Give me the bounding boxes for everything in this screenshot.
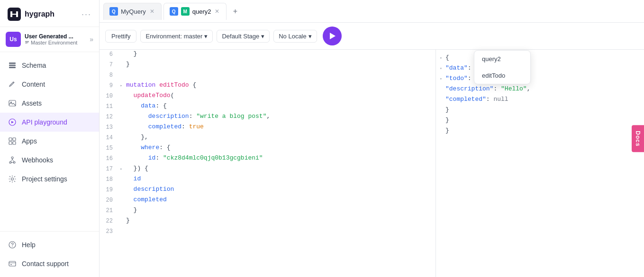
chevron-down-icon: ▾ <box>308 33 312 40</box>
locale-select[interactable]: No Locale ▾ <box>273 30 317 43</box>
svg-rect-3 <box>9 67 16 68</box>
sidebar-item-assets[interactable]: Assets <box>0 94 99 113</box>
run-dropdown-item-query2[interactable]: query2 <box>474 51 530 67</box>
code-line-13: 13 completed: true <box>100 123 435 133</box>
avatar: Us <box>6 32 21 47</box>
docs-button[interactable]: Docs <box>632 125 644 152</box>
code-line-18: 18 id <box>100 175 435 185</box>
svg-rect-9 <box>9 142 12 144</box>
play-icon <box>8 117 17 127</box>
stage-select[interactable]: Default Stage ▾ <box>217 30 270 43</box>
svg-rect-18 <box>10 264 12 265</box>
sidebar-item-contact-support[interactable]: Contact support <box>0 254 99 273</box>
tab-myquery-label: MyQuery <box>121 8 146 15</box>
chevron-down-icon: ▾ <box>261 33 264 40</box>
code-line-12: 12 description: "write a blog post", <box>100 112 435 123</box>
svg-rect-10 <box>13 142 16 144</box>
settings-icon <box>8 174 17 184</box>
sidebar-item-assets-label: Assets <box>22 99 42 107</box>
support-icon <box>8 259 17 268</box>
logo-area: hygraph ··· <box>0 0 99 27</box>
svg-rect-2 <box>9 65 16 66</box>
layers-icon <box>8 61 17 70</box>
logo-more-icon[interactable]: ··· <box>82 9 91 19</box>
svg-point-16 <box>12 246 12 247</box>
code-line-14: 14 }, <box>100 133 435 143</box>
result-line-7: } <box>436 116 644 126</box>
sidebar-item-webhooks[interactable]: Webhooks <box>0 151 99 170</box>
result-line-5: "completed": null <box>436 95 644 106</box>
sidebar-item-project-settings[interactable]: Project settings <box>0 170 99 188</box>
svg-rect-1 <box>9 63 16 64</box>
workspace-env: Master Environment <box>25 40 86 45</box>
sidebar-item-help-label: Help <box>22 241 36 249</box>
svg-point-14 <box>11 178 14 180</box>
code-editor[interactable]: 6 } 7 } 8 9 ▸ mutation editTodo { <box>100 50 436 277</box>
sidebar-item-apps[interactable]: Apps <box>0 132 99 151</box>
collapse-icon[interactable]: ▾ <box>440 64 445 71</box>
sidebar-item-api-playground[interactable]: API playground <box>0 113 99 132</box>
svg-rect-4 <box>9 100 16 106</box>
svg-point-13 <box>11 157 13 159</box>
result-line-6: } <box>436 106 644 116</box>
collapse-icon[interactable]: ▾ <box>440 75 445 81</box>
workspace-name: User Generated ... <box>25 33 86 40</box>
result-line-3: ▾ "todo": { <box>436 74 644 85</box>
editor-area: 6 } 7 } 8 9 ▸ mutation editTodo { <box>100 50 644 277</box>
tab-query2-label: query2 <box>192 8 211 15</box>
result-line-2: ▾ "data": { <box>436 64 644 74</box>
run-button[interactable] <box>323 27 342 45</box>
code-line-7: 7 } <box>100 60 435 71</box>
play-triangle-icon <box>330 33 336 39</box>
expand-icon[interactable]: » <box>90 36 93 43</box>
code-line-16: 16 id: "ckz8d4mlc0qjq0b13gcgbieni" <box>100 154 435 164</box>
sidebar-item-apps-label: Apps <box>22 137 37 145</box>
image-icon <box>8 98 17 108</box>
result-line-8: } <box>436 126 644 137</box>
tab-query2[interactable]: Q M query2 ✕ <box>163 3 227 20</box>
code-line-6: 6 } <box>100 50 435 60</box>
tab-query2-close[interactable]: ✕ <box>214 8 220 15</box>
workspace-row[interactable]: Us User Generated ... Master Environment… <box>0 27 99 52</box>
webhook-icon <box>8 155 17 165</box>
code-line-8: 8 <box>100 71 435 81</box>
code-line-19: 19 description <box>100 185 435 196</box>
tab-myquery[interactable]: Q MyQuery ✕ <box>103 3 162 20</box>
workspace-info: User Generated ... Master Environment <box>25 33 86 45</box>
grid-icon <box>8 136 17 146</box>
collapse-icon[interactable]: ▾ <box>440 54 445 60</box>
run-dropdown-item-edittodo[interactable]: editTodo <box>474 67 530 84</box>
sidebar-item-content-label: Content <box>22 80 45 88</box>
result-line-1: ▾ { <box>436 54 644 64</box>
prettify-button[interactable]: Prettify <box>105 30 136 43</box>
nav-items: Schema Content Assets API playground <box>0 52 99 231</box>
environment-select[interactable]: Environment: master ▾ <box>140 30 213 43</box>
hygraph-logo-icon <box>8 8 21 21</box>
code-line-22: 22 } <box>100 216 435 227</box>
sidebar-item-content[interactable]: Content <box>0 75 99 94</box>
tab-query2-avatar-q: Q <box>170 7 178 16</box>
sidebar-item-schema-label: Schema <box>22 62 46 69</box>
sidebar-item-webhooks-label: Webhooks <box>22 156 53 164</box>
chevron-down-icon: ▾ <box>204 33 208 40</box>
toolbar: Prettify Environment: master ▾ Default S… <box>100 23 644 50</box>
code-line-20: 20 completed <box>100 196 435 206</box>
run-dropdown: query2 editTodo <box>474 50 531 84</box>
code-line-15: 15 where: { <box>100 143 435 154</box>
tab-add-button[interactable]: + <box>228 5 242 18</box>
sidebar-item-help[interactable]: Help <box>0 235 99 254</box>
sidebar-item-project-settings-label: Project settings <box>22 175 67 183</box>
nav-bottom: Help Contact support <box>0 231 99 277</box>
tab-myquery-avatar: Q <box>109 7 118 16</box>
sidebar-item-schema[interactable]: Schema <box>0 56 99 75</box>
logo-text: hygraph <box>25 10 54 18</box>
tab-myquery-close[interactable]: ✕ <box>149 8 155 15</box>
code-line-23: 23 <box>100 227 435 237</box>
result-panel: ▾ { ▾ "data": { ▾ "todo": { "description… <box>436 50 644 277</box>
result-line-4: "description": "Hello", <box>436 85 644 95</box>
sidebar-item-api-playground-label: API playground <box>22 118 67 126</box>
svg-rect-7 <box>9 138 12 141</box>
sidebar: hygraph ··· Us User Generated ... Master… <box>0 0 100 277</box>
svg-rect-8 <box>13 138 16 141</box>
code-line-9: 9 ▸ mutation editTodo { <box>100 81 435 91</box>
